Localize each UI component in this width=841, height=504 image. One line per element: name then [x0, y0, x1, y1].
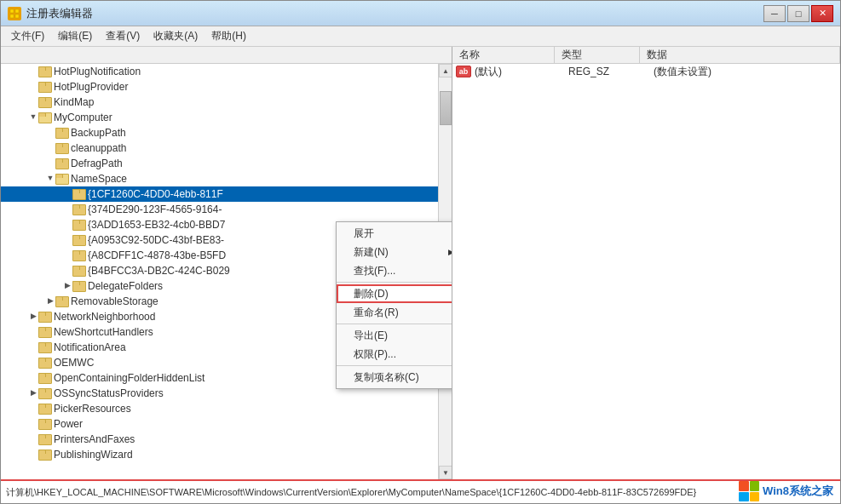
- expand-arrow: [45, 128, 55, 138]
- win8-flag-q1: [739, 481, 749, 491]
- tree-item-label: {1CF1260C-4DD0-4ebb-811F: [88, 188, 223, 200]
- tree-header: [1, 47, 452, 64]
- folder-icon: [72, 265, 86, 277]
- tree-item-label: {A0953C92-50DC-43bf-BE83-: [88, 234, 224, 246]
- menu-favorites[interactable]: 收藏夹(A): [147, 27, 204, 45]
- tree-item-label: DefragPath: [71, 158, 123, 169]
- tree-item-label: {B4BFCC3A-DB2C-424C-B029: [88, 265, 230, 277]
- folder-icon: [72, 188, 86, 200]
- tree-item-label: MyComputer: [54, 112, 112, 123]
- tree-item-label: NewShortcutHandlers: [54, 326, 153, 338]
- maximize-button[interactable]: □: [787, 5, 809, 22]
- tree-item-label: {374DE290-123F-4565-9164-: [88, 203, 222, 215]
- expand-arrow: [28, 82, 38, 92]
- tree-item-label: cleanuppath: [71, 142, 126, 154]
- tree-item-label: OEMWC: [54, 357, 94, 369]
- tree-item-hotplugnotification[interactable]: HotPlugNotification: [1, 64, 452, 79]
- folder-icon: [38, 326, 52, 338]
- scroll-down-button[interactable]: ▼: [439, 466, 452, 479]
- tree-item-label: PrintersAndFaxes: [54, 433, 135, 445]
- tree-item-printersandfaxes[interactable]: PrintersAndFaxes: [1, 432, 452, 447]
- ctx-copy-name[interactable]: 复制项名称(C): [337, 368, 452, 387]
- ctx-new[interactable]: 新建(N) ▶: [337, 243, 452, 261]
- tree-item-label: NameSpace: [71, 173, 127, 185]
- tree-item-pickerresources[interactable]: PickerResources: [1, 401, 452, 416]
- tree-item-mycomputer[interactable]: MyComputer: [1, 110, 452, 125]
- tree-item-label: PickerResources: [54, 403, 131, 415]
- ctx-expand-label: 展开: [354, 226, 374, 241]
- col-name-header: 名称: [452, 47, 555, 63]
- ctx-delete[interactable]: 删除(D): [337, 284, 452, 303]
- tree-item-namespace[interactable]: NameSpace: [1, 171, 452, 186]
- reg-value-icon: ab: [456, 66, 471, 77]
- folder-icon: [38, 418, 52, 430]
- scroll-up-button[interactable]: ▲: [439, 64, 452, 77]
- expand-arrow: [45, 143, 55, 153]
- expand-arrow: [45, 158, 55, 169]
- tree-panel: HotPlugNotification HotPlugProvider Kind…: [1, 47, 452, 479]
- ctx-export-label: 导出(E): [354, 329, 388, 343]
- tree-item-defragpath[interactable]: DefragPath: [1, 156, 452, 171]
- tree-item-power[interactable]: Power: [1, 416, 452, 432]
- menu-help[interactable]: 帮助(H): [204, 27, 253, 45]
- expand-arrow: [62, 189, 72, 199]
- tree-item-kindmap[interactable]: KindMap: [1, 94, 452, 110]
- ctx-rename[interactable]: 重命名(R): [337, 303, 452, 322]
- expand-arrow-right: [45, 296, 55, 306]
- reg-entry-data: (数值未设置): [654, 65, 837, 79]
- folder-icon: [55, 295, 69, 307]
- minimize-button[interactable]: ─: [763, 5, 786, 22]
- expand-arrow-down: [28, 112, 38, 123]
- folder-icon: [38, 341, 52, 353]
- ctx-permissions-label: 权限(P)...: [354, 347, 396, 362]
- folder-icon: [38, 311, 52, 323]
- tree-item-label: HotPlugNotification: [54, 66, 141, 77]
- close-button[interactable]: ✕: [811, 5, 833, 22]
- menu-bar: 文件(F) 编辑(E) 查看(V) 收藏夹(A) 帮助(H): [1, 26, 840, 47]
- menu-file[interactable]: 文件(F): [4, 27, 51, 45]
- win8-flag-icon: [739, 481, 759, 501]
- folder-icon: [55, 142, 69, 154]
- win8-flag-q3: [739, 492, 749, 502]
- ctx-rename-label: 重命名(R): [354, 306, 399, 320]
- expand-arrow: [62, 235, 72, 245]
- folder-icon: [72, 219, 86, 231]
- ctx-find[interactable]: 查找(F)...: [337, 261, 452, 280]
- folder-icon: [38, 433, 52, 445]
- menu-edit[interactable]: 编辑(E): [51, 27, 99, 45]
- expand-arrow: [28, 97, 38, 107]
- tree-item-selected[interactable]: {1CF1260C-4DD0-4ebb-811F: [1, 186, 452, 202]
- tree-item-label: NotificationArea: [54, 341, 126, 353]
- svg-rect-1: [15, 9, 19, 13]
- reg-entry-default[interactable]: ab (默认) REG_SZ (数值未设置): [452, 64, 840, 79]
- expand-arrow: [62, 266, 72, 276]
- regedit-window: 注册表编辑器 ─ □ ✕ 文件(F) 编辑(E) 查看(V) 收藏夹(A) 帮助…: [0, 0, 841, 504]
- ctx-expand[interactable]: 展开: [337, 224, 452, 243]
- tree-item-backuppath[interactable]: BackupPath: [1, 125, 452, 140]
- tree-item-publishingwizard[interactable]: PublishingWizard: [1, 447, 452, 462]
- expand-arrow: [28, 404, 38, 414]
- folder-icon: [55, 127, 69, 139]
- tree-item-cleanuppath[interactable]: cleanuppath: [1, 140, 452, 156]
- tree-item-374de290[interactable]: {374DE290-123F-4565-9164-: [1, 202, 452, 217]
- ctx-separator-2: [337, 324, 452, 324]
- expand-arrow: [28, 419, 38, 429]
- menu-view[interactable]: 查看(V): [99, 27, 147, 45]
- app-icon: [8, 7, 21, 20]
- folder-icon: [38, 357, 52, 369]
- folder-icon: [72, 249, 86, 261]
- ctx-permissions[interactable]: 权限(P)...: [337, 345, 452, 364]
- ctx-export[interactable]: 导出(E): [337, 326, 452, 345]
- folder-icon: [38, 372, 52, 384]
- expand-arrow: [28, 373, 38, 383]
- folder-icon-open: [38, 112, 52, 123]
- scrollbar-thumb[interactable]: [440, 91, 452, 125]
- tree-body[interactable]: HotPlugNotification HotPlugProvider Kind…: [1, 64, 452, 479]
- window-title: 注册表编辑器: [26, 6, 93, 21]
- tree-item-hotplugprovider[interactable]: HotPlugProvider: [1, 79, 452, 94]
- ctx-new-label: 新建(N): [354, 245, 389, 260]
- expand-arrow: [28, 66, 38, 77]
- ctx-delete-label: 删除(D): [354, 287, 389, 301]
- expand-arrow: [28, 327, 38, 337]
- tree-item-label: KindMap: [54, 96, 94, 108]
